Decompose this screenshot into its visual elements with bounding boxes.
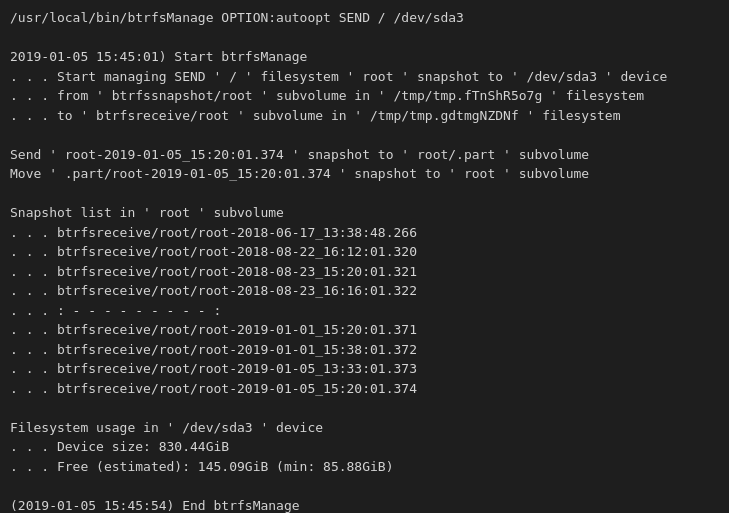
terminal-output: /usr/local/bin/btrfsManage OPTION:autoop… (10, 8, 719, 513)
